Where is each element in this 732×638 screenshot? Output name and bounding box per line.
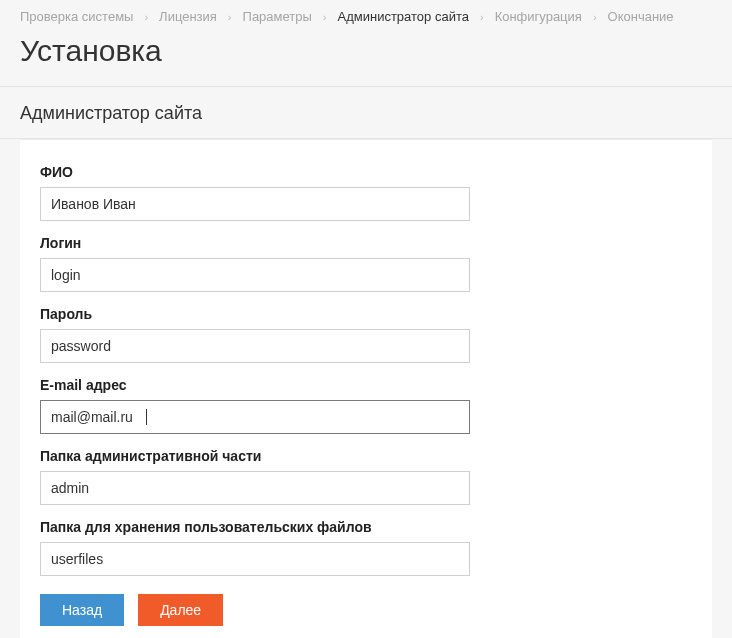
- field-group-email: E-mail адрес: [40, 377, 692, 434]
- breadcrumb-step-system-check[interactable]: Проверка системы: [20, 9, 133, 24]
- field-group-admin-folder: Папка административной части: [40, 448, 692, 505]
- email-label: E-mail адрес: [40, 377, 692, 393]
- back-button[interactable]: Назад: [40, 594, 124, 626]
- login-input[interactable]: [40, 258, 470, 292]
- chevron-right-icon: ›: [593, 11, 597, 23]
- breadcrumb-step-configuration[interactable]: Конфигурация: [495, 9, 582, 24]
- field-group-password: Пароль: [40, 306, 692, 363]
- admin-folder-input[interactable]: [40, 471, 470, 505]
- field-group-login: Логин: [40, 235, 692, 292]
- breadcrumb-step-license[interactable]: Лицензия: [159, 9, 217, 24]
- section-title: Администратор сайта: [0, 87, 732, 139]
- next-button[interactable]: Далее: [138, 594, 223, 626]
- email-input[interactable]: [40, 400, 470, 434]
- password-label: Пароль: [40, 306, 692, 322]
- login-label: Логин: [40, 235, 692, 251]
- fullname-input[interactable]: [40, 187, 470, 221]
- chevron-right-icon: ›: [480, 11, 484, 23]
- chevron-right-icon: ›: [144, 11, 148, 23]
- chevron-right-icon: ›: [323, 11, 327, 23]
- field-group-fullname: ФИО: [40, 164, 692, 221]
- field-group-userfiles-folder: Папка для хранения пользовательских файл…: [40, 519, 692, 576]
- page-title: Установка: [0, 30, 732, 87]
- breadcrumb: Проверка системы › Лицензия › Параметры …: [0, 0, 732, 30]
- button-row: Назад Далее: [40, 594, 692, 626]
- breadcrumb-step-site-admin[interactable]: Администратор сайта: [338, 9, 469, 24]
- admin-folder-label: Папка административной части: [40, 448, 692, 464]
- password-input[interactable]: [40, 329, 470, 363]
- form-panel: ФИО Логин Пароль E-mail адрес Папка адми…: [20, 139, 712, 638]
- userfiles-folder-input[interactable]: [40, 542, 470, 576]
- userfiles-folder-label: Папка для хранения пользовательских файл…: [40, 519, 692, 535]
- fullname-label: ФИО: [40, 164, 692, 180]
- breadcrumb-step-parameters[interactable]: Параметры: [243, 9, 312, 24]
- chevron-right-icon: ›: [228, 11, 232, 23]
- breadcrumb-step-finish[interactable]: Окончание: [608, 9, 674, 24]
